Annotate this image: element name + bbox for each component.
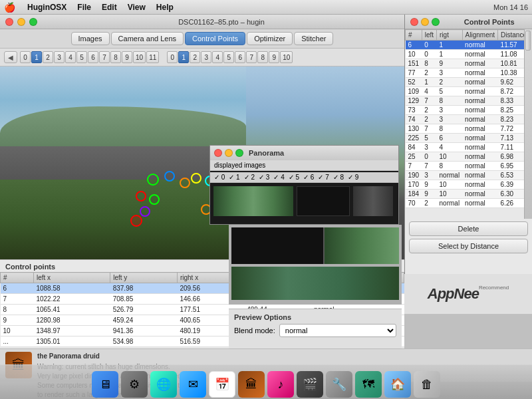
right-num-btn-0[interactable]: 0 (167, 51, 178, 63)
cb-3[interactable]: ✓ 3 (259, 174, 269, 181)
menu-edit[interactable]: Edit (96, 1, 122, 13)
num-btn-3[interactable]: 3 (54, 51, 65, 63)
right-num-btn-9[interactable]: 9 (269, 51, 279, 63)
dock-safari[interactable]: 🌐 (150, 371, 177, 398)
num-btn-4[interactable]: 4 (65, 51, 76, 63)
cp-list-row[interactable]: 74 2 3 normal 8.23 (406, 115, 525, 124)
cp-list-row[interactable]: 52 1 2 normal 9.62 (406, 78, 525, 87)
num-btn-9[interactable]: 9 (122, 51, 132, 63)
cb-8[interactable]: ✓ 8 (333, 174, 344, 181)
tab-control-points[interactable]: Control Points (185, 32, 245, 45)
cp-list-row[interactable]: 225 5 6 normal 7.13 (406, 134, 525, 143)
cb-9[interactable]: ✓ 9 (348, 174, 358, 181)
scroll-thumb[interactable] (525, 31, 531, 51)
dock-preferences[interactable]: 🔧 (326, 371, 352, 398)
dock-calendar[interactable]: 📅 (209, 371, 235, 398)
cp-row-dist: 8.72 (498, 87, 524, 96)
dock-trash[interactable]: 🗑 (414, 371, 440, 398)
apple-menu-icon[interactable]: 🍎 (4, 2, 15, 13)
delete-button[interactable]: Delete (409, 221, 528, 236)
maximize-button[interactable] (29, 18, 37, 26)
cp-list-row[interactable]: 170 9 10 normal 6.39 (406, 180, 525, 190)
select-by-distance-button[interactable]: Select by Distance (409, 239, 528, 253)
right-num-btn-7[interactable]: 7 (246, 51, 257, 63)
cp-list-row[interactable]: 6 0 1 normal 11.57 (406, 41, 525, 50)
mini-min[interactable] (225, 149, 233, 157)
cp-list-row[interactable]: 190 3 normal normal 6.53 (406, 171, 525, 180)
cp-list-row[interactable]: 70 2 normal normal 6.26 (406, 199, 525, 208)
cp-row-right: 8 (437, 124, 463, 134)
menu-file[interactable]: File (72, 1, 96, 13)
num-btn-6[interactable]: 6 (88, 51, 98, 63)
cp-panel-buttons: Delete Select by Distance (405, 219, 532, 256)
right-num-btn-8[interactable]: 8 (257, 51, 268, 63)
cb-4[interactable]: ✓ 4 (273, 174, 284, 181)
right-num-btn-5[interactable]: 5 (223, 51, 234, 63)
cp-list-row[interactable]: 73 2 3 normal 8.25 (406, 106, 525, 115)
menu-help[interactable]: Help (151, 1, 179, 13)
num-btn-7[interactable]: 7 (99, 51, 110, 63)
num-btn-8[interactable]: 8 (110, 51, 121, 63)
tab-stitcher[interactable]: Stitcher (294, 32, 333, 45)
cp-list-row[interactable]: 109 4 5 normal 8.72 (406, 87, 525, 96)
cb-2[interactable]: ✓ 2 (244, 174, 255, 181)
cp-list-row[interactable]: 151 8 9 normal 10.81 (406, 59, 525, 68)
dock-photos[interactable]: 🏛 (238, 371, 265, 398)
nav-left-arrow[interactable]: ◀ (4, 51, 17, 63)
num-btn-10[interactable]: 10 (133, 51, 146, 63)
right-num-btn-1[interactable]: 1 (178, 51, 189, 63)
cp-list-row[interactable]: 130 7 8 normal 7.72 (406, 124, 525, 134)
right-num-btn-4[interactable]: 4 (212, 51, 223, 63)
dock-maps[interactable]: 🗺 (355, 371, 382, 398)
dock-home[interactable]: 🏠 (384, 371, 411, 398)
menu-view[interactable]: View (122, 1, 151, 13)
mini-close[interactable] (214, 149, 222, 157)
cp-row-align: normal (462, 152, 497, 162)
mini-max[interactable] (235, 149, 243, 157)
cp-max[interactable] (432, 18, 440, 26)
tab-images[interactable]: Images (71, 32, 110, 45)
cp-list-row[interactable]: 7 7 8 normal 6.95 (406, 162, 525, 171)
num-btn-11[interactable]: 11 (146, 51, 159, 63)
close-button[interactable] (5, 18, 13, 26)
cp-scrollbar[interactable] (524, 29, 532, 219)
blend-mode-select[interactable]: normal difference (279, 324, 396, 337)
cb-0[interactable]: ✓ 0 (214, 174, 225, 181)
cb-6[interactable]: ✓ 6 (303, 174, 314, 181)
cp-row-right: 8 (437, 162, 463, 171)
cp-list-row[interactable]: 25 0 10 normal 6.98 (406, 152, 525, 162)
dock-imovie[interactable]: 🎬 (297, 371, 323, 398)
cb-5[interactable]: ✓ 5 (289, 174, 299, 181)
num-btn-5[interactable]: 5 (76, 51, 87, 63)
menu-app-name[interactable]: HuginOSX (22, 1, 72, 13)
dock-system[interactable]: ⚙ (121, 371, 148, 398)
cp-row-left: 7 (422, 162, 436, 171)
num-btn-2[interactable]: 2 (43, 51, 53, 63)
minimize-button[interactable] (17, 18, 25, 26)
right-num-btn-3[interactable]: 3 (201, 51, 211, 63)
cp-row-left: 0 (422, 152, 436, 162)
right-num-btn-2[interactable]: 2 (190, 51, 200, 63)
tab-camera-lens[interactable]: Camera and Lens (111, 32, 184, 45)
dock-itunes[interactable]: ♪ (267, 371, 294, 398)
cp-close[interactable] (410, 18, 418, 26)
cp-list-row[interactable]: 10 0 1 normal 11.08 (406, 50, 525, 59)
dock-finder[interactable]: 🖥 (92, 371, 118, 398)
cp-list-row[interactable]: 184 9 10 normal 6.30 (406, 190, 525, 199)
cp-dot-2 (164, 171, 175, 182)
row-num: 9 (1, 315, 34, 326)
cp-list-row[interactable]: 77 2 3 normal 10.38 (406, 68, 525, 78)
cp-list-row[interactable]: 84 3 4 normal 7.11 (406, 143, 525, 152)
cp-list-row[interactable]: 129 7 8 normal 8.33 (406, 96, 525, 106)
cp-row-dist: 11.08 (498, 50, 524, 59)
num-btn-0[interactable]: 0 (20, 51, 31, 63)
cb-7[interactable]: ✓ 7 (318, 174, 329, 181)
right-num-btn-10[interactable]: 10 (280, 51, 293, 63)
cp-dot-4 (191, 173, 201, 184)
num-btn-1[interactable]: 1 (31, 51, 42, 63)
tab-optimizer[interactable]: Optimizer (247, 32, 293, 45)
dock-mail[interactable]: ✉ (180, 371, 206, 398)
cp-min[interactable] (421, 18, 429, 26)
cb-1[interactable]: ✓ 1 (229, 174, 239, 181)
right-num-btn-6[interactable]: 6 (235, 51, 245, 63)
